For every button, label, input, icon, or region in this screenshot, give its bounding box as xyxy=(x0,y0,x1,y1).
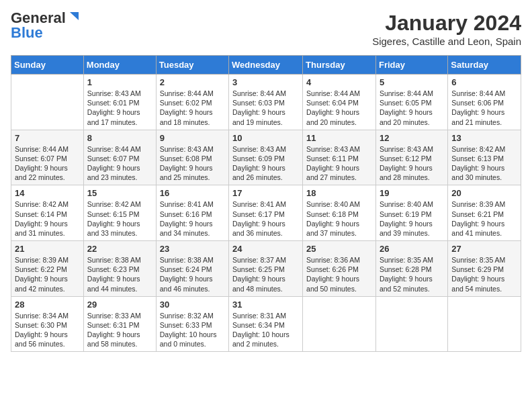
day-info: Sunrise: 8:39 AM Sunset: 6:22 PM Dayligh… xyxy=(15,255,80,293)
day-number: 17 xyxy=(232,188,299,198)
day-number: 24 xyxy=(232,244,299,254)
calendar-cell: 3Sunrise: 8:44 AM Sunset: 6:03 PM Daylig… xyxy=(229,75,303,130)
calendar-cell: 8Sunrise: 8:44 AM Sunset: 6:07 PM Daylig… xyxy=(83,130,156,185)
day-info: Sunrise: 8:44 AM Sunset: 6:06 PM Dayligh… xyxy=(451,89,517,127)
calendar-cell: 17Sunrise: 8:41 AM Sunset: 6:17 PM Dayli… xyxy=(229,185,303,241)
calendar-cell: 30Sunrise: 8:32 AM Sunset: 6:33 PM Dayli… xyxy=(156,296,228,352)
title-area: January 2024 Sigeres, Castille and Leon,… xyxy=(372,11,521,47)
calendar-cell: 16Sunrise: 8:41 AM Sunset: 6:16 PM Dayli… xyxy=(156,185,228,241)
day-info: Sunrise: 8:44 AM Sunset: 6:02 PM Dayligh… xyxy=(160,89,225,127)
day-number: 14 xyxy=(15,188,80,198)
weekday-header-sunday: Sunday xyxy=(11,56,84,75)
day-number: 20 xyxy=(451,188,517,198)
day-number: 1 xyxy=(87,77,152,87)
calendar-table: SundayMondayTuesdayWednesdayThursdayFrid… xyxy=(11,55,521,352)
day-number: 4 xyxy=(306,77,372,87)
calendar-cell: 20Sunrise: 8:39 AM Sunset: 6:21 PM Dayli… xyxy=(448,185,521,241)
day-info: Sunrise: 8:43 AM Sunset: 6:08 PM Dayligh… xyxy=(160,144,225,183)
calendar-week-row: 21Sunrise: 8:39 AM Sunset: 6:22 PM Dayli… xyxy=(11,241,521,297)
day-info: Sunrise: 8:37 AM Sunset: 6:25 PM Dayligh… xyxy=(232,255,299,293)
calendar-cell: 28Sunrise: 8:34 AM Sunset: 6:30 PM Dayli… xyxy=(11,296,84,352)
calendar-cell: 6Sunrise: 8:44 AM Sunset: 6:06 PM Daylig… xyxy=(448,75,521,130)
calendar-cell: 7Sunrise: 8:44 AM Sunset: 6:07 PM Daylig… xyxy=(11,130,84,185)
day-info: Sunrise: 8:42 AM Sunset: 6:13 PM Dayligh… xyxy=(451,144,517,183)
calendar-cell: 24Sunrise: 8:37 AM Sunset: 6:25 PM Dayli… xyxy=(229,241,303,297)
page-subtitle: Sigeres, Castille and Leon, Spain xyxy=(372,36,521,47)
day-info: Sunrise: 8:38 AM Sunset: 6:23 PM Dayligh… xyxy=(87,255,152,293)
day-info: Sunrise: 8:44 AM Sunset: 6:07 PM Dayligh… xyxy=(87,144,152,183)
day-number: 28 xyxy=(15,300,80,310)
day-info: Sunrise: 8:40 AM Sunset: 6:19 PM Dayligh… xyxy=(380,199,444,238)
day-number: 2 xyxy=(160,77,225,87)
day-number: 9 xyxy=(160,133,225,143)
day-number: 18 xyxy=(306,188,372,198)
weekday-header-saturday: Saturday xyxy=(448,56,521,75)
weekday-header-wednesday: Wednesday xyxy=(229,56,303,75)
day-info: Sunrise: 8:42 AM Sunset: 6:14 PM Dayligh… xyxy=(15,199,80,238)
day-info: Sunrise: 8:35 AM Sunset: 6:29 PM Dayligh… xyxy=(451,255,517,293)
day-info: Sunrise: 8:42 AM Sunset: 6:15 PM Dayligh… xyxy=(87,199,152,238)
day-number: 13 xyxy=(451,133,517,143)
calendar-cell: 2Sunrise: 8:44 AM Sunset: 6:02 PM Daylig… xyxy=(156,75,228,130)
calendar-cell: 26Sunrise: 8:35 AM Sunset: 6:28 PM Dayli… xyxy=(375,241,447,297)
calendar-cell: 31Sunrise: 8:31 AM Sunset: 6:34 PM Dayli… xyxy=(229,296,303,352)
day-info: Sunrise: 8:31 AM Sunset: 6:34 PM Dayligh… xyxy=(232,311,299,349)
page-title: January 2024 xyxy=(372,11,521,36)
svg-marker-0 xyxy=(70,12,79,20)
day-number: 16 xyxy=(160,188,225,198)
weekday-header-monday: Monday xyxy=(83,56,156,75)
day-info: Sunrise: 8:40 AM Sunset: 6:18 PM Dayligh… xyxy=(306,199,372,238)
calendar-cell: 23Sunrise: 8:38 AM Sunset: 6:24 PM Dayli… xyxy=(156,241,228,297)
calendar-week-row: 14Sunrise: 8:42 AM Sunset: 6:14 PM Dayli… xyxy=(11,185,521,241)
day-info: Sunrise: 8:44 AM Sunset: 6:04 PM Dayligh… xyxy=(306,89,372,127)
calendar-cell: 25Sunrise: 8:36 AM Sunset: 6:26 PM Dayli… xyxy=(303,241,376,297)
calendar-cell xyxy=(303,296,376,352)
calendar-cell: 15Sunrise: 8:42 AM Sunset: 6:15 PM Dayli… xyxy=(83,185,156,241)
day-info: Sunrise: 8:43 AM Sunset: 6:11 PM Dayligh… xyxy=(306,144,372,183)
day-number: 10 xyxy=(232,133,299,143)
calendar-cell: 21Sunrise: 8:39 AM Sunset: 6:22 PM Dayli… xyxy=(11,241,84,297)
day-info: Sunrise: 8:35 AM Sunset: 6:28 PM Dayligh… xyxy=(380,255,444,293)
day-number: 12 xyxy=(380,133,444,143)
day-number: 11 xyxy=(306,133,372,143)
day-info: Sunrise: 8:43 AM Sunset: 6:09 PM Dayligh… xyxy=(232,144,299,183)
logo-triangle-icon xyxy=(66,11,79,23)
calendar-cell xyxy=(11,75,84,130)
logo-blue-text: Blue xyxy=(11,26,43,40)
day-number: 30 xyxy=(160,300,225,310)
day-info: Sunrise: 8:43 AM Sunset: 6:01 PM Dayligh… xyxy=(87,89,152,127)
day-info: Sunrise: 8:44 AM Sunset: 6:03 PM Dayligh… xyxy=(232,89,299,127)
calendar-cell: 9Sunrise: 8:43 AM Sunset: 6:08 PM Daylig… xyxy=(156,130,228,185)
day-info: Sunrise: 8:33 AM Sunset: 6:31 PM Dayligh… xyxy=(87,311,152,349)
calendar-cell: 13Sunrise: 8:42 AM Sunset: 6:13 PM Dayli… xyxy=(448,130,521,185)
calendar-week-row: 1Sunrise: 8:43 AM Sunset: 6:01 PM Daylig… xyxy=(11,75,521,130)
day-number: 29 xyxy=(87,300,152,310)
day-info: Sunrise: 8:43 AM Sunset: 6:12 PM Dayligh… xyxy=(380,144,444,183)
day-info: Sunrise: 8:34 AM Sunset: 6:30 PM Dayligh… xyxy=(15,311,80,349)
weekday-header-thursday: Thursday xyxy=(303,56,376,75)
day-info: Sunrise: 8:32 AM Sunset: 6:33 PM Dayligh… xyxy=(160,311,225,349)
weekday-header-row: SundayMondayTuesdayWednesdayThursdayFrid… xyxy=(11,56,521,75)
logo-general-text: General xyxy=(11,11,66,26)
day-number: 15 xyxy=(87,188,152,198)
day-info: Sunrise: 8:44 AM Sunset: 6:07 PM Dayligh… xyxy=(15,144,80,183)
calendar-cell: 19Sunrise: 8:40 AM Sunset: 6:19 PM Dayli… xyxy=(375,185,447,241)
calendar-week-row: 7Sunrise: 8:44 AM Sunset: 6:07 PM Daylig… xyxy=(11,130,521,185)
calendar-cell: 4Sunrise: 8:44 AM Sunset: 6:04 PM Daylig… xyxy=(303,75,376,130)
calendar-cell: 5Sunrise: 8:44 AM Sunset: 6:05 PM Daylig… xyxy=(375,75,447,130)
day-number: 25 xyxy=(306,244,372,254)
calendar-cell: 14Sunrise: 8:42 AM Sunset: 6:14 PM Dayli… xyxy=(11,185,84,241)
day-number: 22 xyxy=(87,244,152,254)
day-number: 3 xyxy=(232,77,299,87)
day-info: Sunrise: 8:36 AM Sunset: 6:26 PM Dayligh… xyxy=(306,255,372,293)
day-info: Sunrise: 8:38 AM Sunset: 6:24 PM Dayligh… xyxy=(160,255,225,293)
header: General Blue January 2024 Sigeres, Casti… xyxy=(11,11,521,47)
day-number: 8 xyxy=(87,133,152,143)
day-number: 26 xyxy=(380,244,444,254)
day-info: Sunrise: 8:44 AM Sunset: 6:05 PM Dayligh… xyxy=(380,89,444,127)
weekday-header-friday: Friday xyxy=(375,56,447,75)
calendar-cell xyxy=(448,296,521,352)
calendar-cell: 22Sunrise: 8:38 AM Sunset: 6:23 PM Dayli… xyxy=(83,241,156,297)
day-number: 7 xyxy=(15,133,80,143)
day-number: 6 xyxy=(451,77,517,87)
